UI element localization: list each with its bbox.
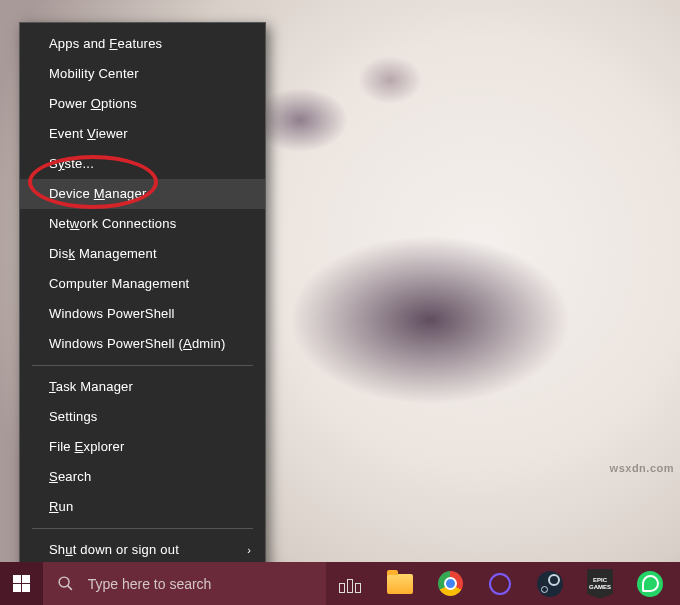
menu-item[interactable]: Mobility Center <box>20 59 265 89</box>
menu-item-label: Computer Management <box>49 276 189 291</box>
start-button[interactable] <box>0 562 43 605</box>
menu-item-label: Windows PowerShell (Admin) <box>49 336 225 351</box>
menu-item-label: Settings <box>49 409 98 424</box>
menu-item-label: Shut down or sign out <box>49 542 179 557</box>
taskbar-search-box[interactable]: Type here to search <box>43 562 326 605</box>
whatsapp-icon <box>637 571 663 597</box>
epic-games-icon: EPIC GAMES <box>587 569 613 599</box>
epic-games-button[interactable]: EPIC GAMES <box>576 562 624 605</box>
steam-icon <box>537 571 563 597</box>
cortana-button[interactable] <box>476 562 524 605</box>
menu-item[interactable]: Shut down or sign out› <box>20 535 265 565</box>
search-placeholder: Type here to search <box>88 576 212 592</box>
menu-item[interactable]: Run <box>20 492 265 522</box>
menu-item-label: Task Manager <box>49 379 133 394</box>
whatsapp-button[interactable] <box>626 562 674 605</box>
task-view-button[interactable] <box>326 562 374 605</box>
folder-icon <box>387 574 413 594</box>
menu-item-label: Power Options <box>49 96 137 111</box>
menu-item-label: Event Viewer <box>49 126 128 141</box>
watermark-text: wsxdn.com <box>610 462 674 474</box>
taskbar-icon-area: EPIC GAMES <box>326 562 680 605</box>
task-view-icon <box>339 575 361 593</box>
menu-item[interactable]: Settings <box>20 402 265 432</box>
menu-item-label: Disk Management <box>49 246 157 261</box>
taskbar: Type here to search EPIC GAMES <box>0 562 680 605</box>
search-icon <box>57 575 74 592</box>
menu-item[interactable]: Syste... <box>20 149 265 179</box>
svg-point-0 <box>59 577 69 587</box>
menu-item[interactable]: Task Manager <box>20 372 265 402</box>
svg-line-1 <box>67 586 71 590</box>
menu-item[interactable]: Device Manager <box>20 179 265 209</box>
steam-button[interactable] <box>526 562 574 605</box>
menu-item-label: File Explorer <box>49 439 125 454</box>
menu-item[interactable]: Windows PowerShell (Admin) <box>20 329 265 359</box>
chrome-button[interactable] <box>426 562 474 605</box>
chrome-icon <box>438 571 463 596</box>
cortana-icon <box>489 573 511 595</box>
menu-item[interactable]: Windows PowerShell <box>20 299 265 329</box>
menu-item[interactable]: Network Connections <box>20 209 265 239</box>
menu-item[interactable]: Event Viewer <box>20 119 265 149</box>
winx-context-menu: Apps and FeaturesMobility CenterPower Op… <box>19 22 266 602</box>
menu-item[interactable]: File Explorer <box>20 432 265 462</box>
menu-item[interactable]: Apps and Features <box>20 29 265 59</box>
menu-item[interactable]: Disk Management <box>20 239 265 269</box>
menu-item-label: Syste... <box>49 156 94 171</box>
menu-item-label: Windows PowerShell <box>49 306 175 321</box>
menu-item-label: Mobility Center <box>49 66 139 81</box>
menu-separator <box>32 528 253 529</box>
menu-separator <box>32 365 253 366</box>
windows-logo-icon <box>13 575 30 592</box>
menu-item-label: Device Manager <box>49 186 146 201</box>
menu-item-label: Search <box>49 469 91 484</box>
menu-item-label: Run <box>49 499 73 514</box>
menu-item-label: Network Connections <box>49 216 176 231</box>
menu-item[interactable]: Computer Management <box>20 269 265 299</box>
menu-item[interactable]: Search <box>20 462 265 492</box>
menu-item[interactable]: Power Options <box>20 89 265 119</box>
chevron-right-icon: › <box>247 543 251 557</box>
file-explorer-button[interactable] <box>376 562 424 605</box>
menu-item-label: Apps and Features <box>49 36 162 51</box>
